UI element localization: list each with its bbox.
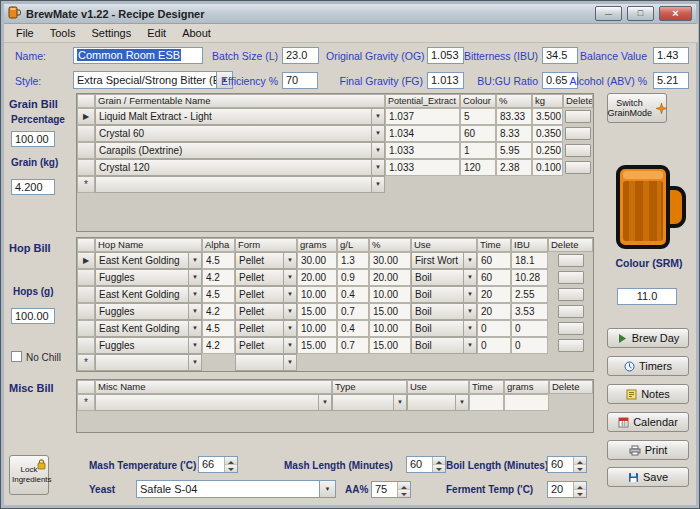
spinner-buttons[interactable] bbox=[224, 457, 237, 472]
row-selector-cell[interactable] bbox=[77, 142, 95, 159]
hop-name-dropdown[interactable]: Fuggles bbox=[95, 269, 202, 286]
efficiency-input[interactable]: 70 bbox=[282, 72, 318, 89]
grain-name-dropdown[interactable] bbox=[95, 176, 385, 193]
grain-colour-cell[interactable]: 120 bbox=[460, 159, 496, 176]
misc-time-cell[interactable] bbox=[469, 394, 504, 411]
grain-name-dropdown[interactable]: Liquid Malt Extract - Light bbox=[95, 108, 385, 125]
grain-percent-cell[interactable]: 5.95 bbox=[496, 142, 532, 159]
hop-header-percent[interactable]: % bbox=[369, 238, 411, 252]
hop-percent-cell[interactable]: 20.00 bbox=[369, 269, 411, 286]
hop-header-delete[interactable]: Delete bbox=[548, 238, 593, 252]
boil-length-spinner[interactable]: 60 bbox=[547, 456, 587, 473]
hop-delete-button[interactable] bbox=[558, 322, 584, 335]
row-selector-cell[interactable] bbox=[77, 337, 95, 354]
hop-time-cell[interactable]: 60 bbox=[477, 269, 511, 286]
misc-grams-cell[interactable] bbox=[504, 394, 549, 411]
misc-header-type[interactable]: Type bbox=[332, 380, 407, 394]
hop-percent-cell[interactable]: 30.00 bbox=[369, 252, 411, 269]
hop-time-cell[interactable]: 0 bbox=[477, 337, 511, 354]
menu-item-about[interactable]: About bbox=[174, 25, 219, 41]
spinner-buttons[interactable] bbox=[397, 482, 410, 497]
row-selector-cell[interactable]: ▶ bbox=[77, 252, 95, 269]
hop-form-dropdown[interactable]: Pellet bbox=[235, 320, 297, 337]
chevron-down-icon[interactable] bbox=[319, 481, 335, 497]
percentage-input[interactable]: 100.00 bbox=[11, 131, 55, 147]
menu-item-settings[interactable]: Settings bbox=[83, 25, 139, 41]
grain-header-kg[interactable]: kg bbox=[532, 94, 563, 108]
grain-name-dropdown[interactable]: Crystal 60 bbox=[95, 125, 385, 142]
grain-potential-extract-cell[interactable]: 1.033 bbox=[385, 159, 460, 176]
grain-colour-cell[interactable]: 1 bbox=[460, 142, 496, 159]
menu-item-edit[interactable]: Edit bbox=[139, 25, 174, 41]
hop-header-alpha[interactable]: Alpha bbox=[202, 238, 235, 252]
hop-name-dropdown[interactable] bbox=[95, 354, 202, 371]
row-selector-cell[interactable] bbox=[77, 269, 95, 286]
hop-ibu-cell[interactable]: 18.1 bbox=[511, 252, 548, 269]
grain-kg-cell[interactable]: 0.250 bbox=[532, 142, 563, 159]
hop-name-dropdown[interactable]: East Kent Golding bbox=[95, 252, 202, 269]
grain-header-name[interactable]: Grain / Fermentable Name bbox=[95, 94, 385, 108]
abv-input[interactable]: 5.21 bbox=[653, 72, 689, 89]
misc-header-name[interactable]: Misc Name bbox=[95, 380, 332, 394]
hop-form-dropdown[interactable]: Pellet bbox=[235, 303, 297, 320]
batch-size-input[interactable]: 23.0 bbox=[282, 47, 319, 64]
print-button[interactable]: Print bbox=[607, 440, 689, 460]
hop-name-dropdown[interactable]: Fuggles bbox=[95, 303, 202, 320]
misc-header-delete[interactable]: Delete bbox=[549, 380, 593, 394]
hop-use-dropdown[interactable]: Boil bbox=[411, 286, 477, 303]
hop-gl-cell[interactable]: 0.4 bbox=[337, 320, 369, 337]
hop-percent-cell[interactable]: 10.00 bbox=[369, 320, 411, 337]
grain-potential-extract-cell[interactable]: 1.034 bbox=[385, 125, 460, 142]
hop-header-gl[interactable]: g/L bbox=[337, 238, 369, 252]
hop-form-dropdown[interactable]: Pellet bbox=[235, 286, 297, 303]
hop-form-dropdown[interactable]: Pellet bbox=[235, 337, 297, 354]
misc-header-time[interactable]: Time bbox=[469, 380, 504, 394]
hop-alpha-cell[interactable]: 4.5 bbox=[202, 320, 235, 337]
grain-delete-button[interactable] bbox=[565, 144, 591, 157]
hop-gl-cell[interactable]: 0.9 bbox=[337, 269, 369, 286]
hop-header-time[interactable]: Time bbox=[477, 238, 511, 252]
grain-kg-input[interactable]: 4.200 bbox=[11, 179, 55, 195]
timers-button[interactable]: Timers bbox=[607, 356, 689, 376]
name-input[interactable]: Common Room ESB bbox=[73, 47, 203, 64]
hop-alpha-cell[interactable]: 4.2 bbox=[202, 269, 235, 286]
hop-header-use[interactable]: Use bbox=[411, 238, 477, 252]
hop-header-name[interactable]: Hop Name bbox=[95, 238, 202, 252]
ferment-temp-spinner[interactable]: 20 bbox=[547, 481, 587, 498]
no-chill-checkbox[interactable] bbox=[11, 351, 22, 362]
hop-percent-cell[interactable]: 15.00 bbox=[369, 337, 411, 354]
hop-header-ibu[interactable]: IBU bbox=[511, 238, 548, 252]
grain-name-dropdown[interactable]: Carapils (Dextrine) bbox=[95, 142, 385, 159]
new-row-selector-cell[interactable]: * bbox=[77, 394, 95, 411]
mash-temp-spinner[interactable]: 66 bbox=[198, 456, 238, 473]
hop-name-dropdown[interactable]: Fuggles bbox=[95, 337, 202, 354]
yeast-select[interactable]: Safale S-04 bbox=[136, 480, 336, 498]
hop-ibu-cell[interactable]: 3.53 bbox=[511, 303, 548, 320]
spinner-buttons[interactable] bbox=[573, 457, 586, 472]
minimize-button[interactable] bbox=[595, 6, 622, 21]
grain-header-percent[interactable]: % bbox=[496, 94, 532, 108]
grain-header-colour[interactable]: Colour bbox=[460, 94, 496, 108]
grain-percent-cell[interactable]: 2.38 bbox=[496, 159, 532, 176]
grain-kg-cell[interactable]: 0.100 bbox=[532, 159, 563, 176]
maximize-button[interactable] bbox=[627, 6, 654, 21]
hop-delete-button[interactable] bbox=[558, 305, 584, 318]
hop-use-dropdown[interactable]: Boil bbox=[411, 320, 477, 337]
hop-gl-cell[interactable]: 0.4 bbox=[337, 286, 369, 303]
grain-colour-cell[interactable]: 60 bbox=[460, 125, 496, 142]
aa-spinner[interactable]: 75 bbox=[371, 481, 411, 498]
title-bar[interactable]: BrewMate v1.22 - Recipe Designer bbox=[4, 4, 696, 24]
notes-button[interactable]: Notes bbox=[607, 384, 689, 404]
hop-alpha-cell[interactable]: 4.5 bbox=[202, 286, 235, 303]
grain-header-delete[interactable]: Delete bbox=[563, 94, 593, 108]
grain-delete-button[interactable] bbox=[565, 110, 591, 123]
hop-alpha-cell[interactable]: 4.2 bbox=[202, 337, 235, 354]
misc-name-dropdown[interactable] bbox=[95, 394, 332, 411]
hop-delete-button[interactable] bbox=[558, 288, 584, 301]
grain-kg-cell[interactable]: 0.350 bbox=[532, 125, 563, 142]
row-selector-cell[interactable] bbox=[77, 159, 95, 176]
hop-form-dropdown[interactable]: Pellet bbox=[235, 269, 297, 286]
hop-alpha-cell[interactable]: 4.2 bbox=[202, 303, 235, 320]
hop-name-dropdown[interactable]: East Kent Golding bbox=[95, 286, 202, 303]
grain-kg-cell[interactable]: 3.500 bbox=[532, 108, 563, 125]
